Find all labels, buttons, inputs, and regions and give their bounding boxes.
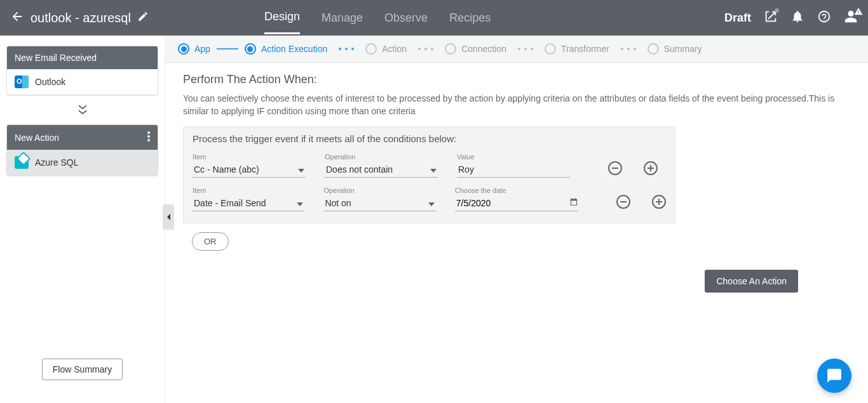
operation-dropdown[interactable]: Not on (323, 195, 435, 211)
trigger-card[interactable]: New Email Received Outlook (6, 46, 158, 95)
trigger-card-header: New Email Received (7, 46, 158, 69)
external-indicator-dot (775, 8, 779, 13)
main-panel: App Action Execution Action Connection T… (165, 36, 868, 403)
step-connection[interactable]: Connection (445, 43, 506, 55)
date-input-wrap (455, 195, 578, 211)
item-dropdown[interactable]: Cc - Name (abc) (193, 162, 306, 178)
chat-fab[interactable] (817, 359, 851, 393)
stepper-connector (217, 48, 238, 50)
item-label: Item (193, 153, 306, 161)
header-left: outlook - azuresql (10, 10, 175, 26)
item-label: Item (193, 187, 304, 194)
calendar-icon[interactable] (569, 197, 578, 209)
step-transformer[interactable]: Transformer (545, 43, 609, 55)
svg-rect-5 (650, 165, 651, 171)
svg-rect-8 (658, 199, 660, 205)
edit-title-icon[interactable] (137, 11, 149, 25)
layout: New Email Received Outlook New Action Az… (0, 36, 868, 403)
operation-value: Does not contain (326, 164, 393, 175)
tab-manage[interactable]: Manage (322, 11, 363, 34)
remove-condition-button[interactable] (608, 161, 622, 175)
conditions-title: Process the trigger event if it meets al… (193, 133, 666, 144)
outlook-icon (15, 76, 29, 88)
trigger-card-app: Outlook (35, 77, 65, 87)
content-heading: Perform The Action When: (183, 73, 850, 86)
date-input[interactable] (455, 195, 569, 211)
content-description: You can selectively choose the events of… (183, 93, 844, 117)
step-app-label: App (194, 44, 210, 54)
action-card-app: Azure SQL (35, 157, 78, 168)
operation-dropdown[interactable]: Does not contain (325, 162, 438, 178)
value-label: Value (457, 153, 570, 161)
value-input[interactable] (457, 162, 570, 178)
svg-point-0 (147, 131, 150, 134)
chevron-down-icon (297, 198, 303, 208)
date-label: Choose the date (455, 187, 578, 194)
content-area: Perform The Action When: You can selecti… (165, 63, 868, 403)
item-dropdown[interactable]: Date - Email Send (193, 195, 304, 211)
step-summary-radio-icon (648, 43, 659, 55)
operation-value: Not on (325, 198, 351, 208)
open-external-icon[interactable] (764, 10, 778, 26)
condition-row-actions (602, 161, 658, 175)
bell-icon[interactable] (790, 10, 804, 26)
step-action-radio-icon (365, 43, 377, 55)
svg-rect-6 (620, 201, 627, 202)
stepper-dots (339, 48, 354, 50)
chat-icon (826, 367, 843, 384)
conditions-box: Process the trigger event if it meets al… (183, 126, 675, 223)
svg-point-2 (147, 139, 150, 142)
tab-observe[interactable]: Observe (384, 11, 428, 34)
step-summary[interactable]: Summary (648, 43, 702, 55)
operation-field: Operation Does not contain (325, 153, 438, 178)
azure-sql-icon (15, 156, 29, 169)
step-action[interactable]: Action (365, 43, 407, 55)
header-nav: Design Manage Observe Recipes (264, 1, 724, 34)
sidebar: New Email Received Outlook New Action Az… (0, 36, 165, 403)
or-button[interactable]: OR (192, 232, 229, 251)
step-transformer-label: Transformer (561, 44, 609, 54)
step-action-execution[interactable]: Action Execution (245, 43, 327, 55)
trigger-card-body[interactable]: Outlook (7, 69, 158, 95)
tab-recipes[interactable]: Recipes (449, 11, 491, 34)
back-arrow-icon[interactable] (10, 10, 24, 26)
tab-design[interactable]: Design (264, 10, 300, 34)
action-card-header: New Action (7, 125, 158, 150)
remove-condition-button[interactable] (616, 195, 630, 209)
svg-point-1 (147, 135, 150, 138)
choose-action-button[interactable]: Choose An Action (705, 270, 798, 293)
chevron-down-double-icon[interactable] (77, 104, 88, 116)
help-icon[interactable] (817, 10, 831, 26)
step-action-label: Action (382, 44, 407, 54)
stepper: App Action Execution Action Connection T… (165, 36, 868, 63)
user-icon[interactable] (844, 10, 858, 26)
step-app-radio-icon (178, 43, 189, 55)
add-condition-button[interactable] (652, 195, 666, 209)
value-field: Value (457, 153, 570, 178)
operation-field: Operation Not on (323, 187, 435, 211)
svg-rect-3 (612, 168, 618, 169)
step-connection-label: Connection (461, 44, 506, 54)
chevron-down-icon (428, 198, 435, 208)
top-header: outlook - azuresql Design Manage Observe… (0, 0, 868, 36)
item-field: Item Date - Email Send (193, 187, 304, 211)
status-label: Draft (724, 11, 751, 25)
action-card-body[interactable]: Azure SQL (7, 150, 158, 175)
header-right: Draft (724, 10, 858, 26)
item-value: Cc - Name (abc) (194, 164, 259, 175)
step-app[interactable]: App (178, 43, 210, 55)
operation-label: Operation (323, 187, 435, 194)
flow-summary-button[interactable]: Flow Summary (42, 359, 123, 380)
action-card-menu-icon[interactable] (147, 131, 150, 143)
add-condition-button[interactable] (644, 161, 658, 175)
stepper-dots-2 (418, 48, 433, 50)
trigger-card-title: New Email Received (15, 53, 97, 63)
action-card[interactable]: New Action Azure SQL (6, 124, 158, 176)
step-transformer-radio-icon (545, 43, 556, 55)
chevron-down-icon (298, 164, 304, 175)
condition-row: Item Cc - Name (abc) Operation Does not … (193, 153, 666, 178)
stepper-dots-4 (621, 48, 636, 50)
chevron-down-icon (430, 164, 437, 175)
condition-row: Item Date - Email Send Operation Not on (193, 187, 666, 211)
item-value: Date - Email Send (194, 198, 266, 208)
